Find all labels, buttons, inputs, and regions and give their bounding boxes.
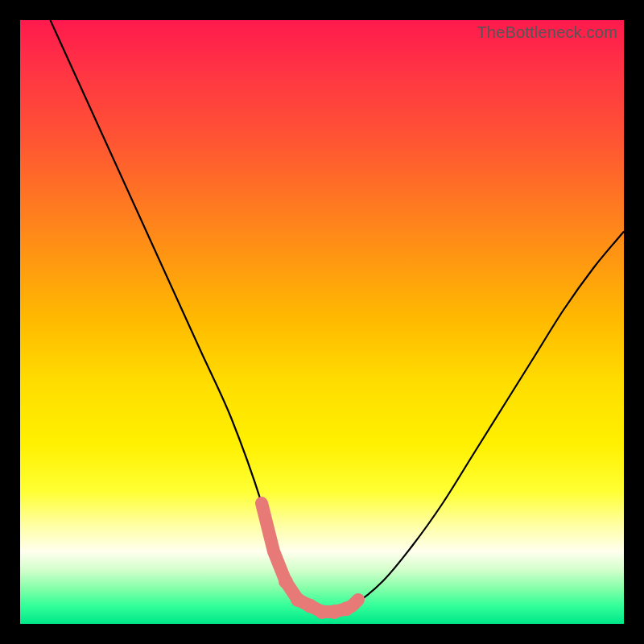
marker-dot [269,547,279,557]
marker-dot [353,595,364,605]
marker-band [262,503,358,612]
marker-dot [327,605,341,619]
marker-dot [279,575,293,589]
bottleneck-curve [20,20,624,624]
marker-dot [257,498,267,509]
plot-area: TheBottleneck.com [20,20,624,624]
highlight-markers [257,498,364,620]
chart-frame: TheBottleneck.com [0,0,644,644]
curve-line [51,20,625,613]
